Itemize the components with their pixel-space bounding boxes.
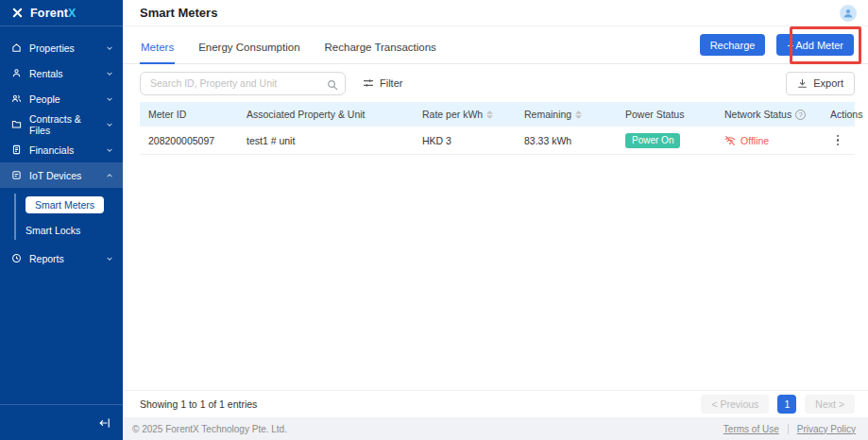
chevron-down-icon	[106, 146, 113, 154]
sidebar-footer	[0, 404, 123, 440]
terms-of-use-link[interactable]: Terms of Use	[723, 424, 779, 434]
sidebar-item-rentals[interactable]: Rentals	[0, 60, 123, 86]
people-icon	[11, 93, 22, 104]
wifi-off-icon	[724, 135, 736, 146]
entries-summary: Showing 1 to 1 of 1 entries	[140, 398, 257, 410]
sidebar-item-label: People	[29, 93, 60, 105]
add-meter-button[interactable]: + Add Meter	[776, 34, 854, 56]
chevron-down-icon	[106, 95, 113, 103]
tab-bar-actions: Recharge + Add Meter	[700, 34, 854, 56]
col-property-unit: Associated Property & Unit	[238, 109, 414, 120]
clock-icon	[11, 253, 22, 263]
cell-remaining: 83.33 kWh	[516, 135, 617, 146]
user-avatar[interactable]	[840, 5, 857, 22]
sidebar-item-label: Financials	[29, 144, 74, 156]
chevron-down-icon	[106, 121, 113, 128]
active-subitem-pill[interactable]: Smart Meters	[26, 196, 104, 213]
sidebar-item-label: Rentals	[29, 68, 63, 79]
sidebar-item-label: IoT Devices	[29, 170, 81, 181]
help-icon[interactable]: ?	[795, 110, 806, 120]
table-empty-area	[123, 155, 868, 390]
chevron-down-icon	[106, 255, 113, 262]
privacy-policy-link[interactable]: Privacy Policy	[797, 424, 856, 434]
folder-icon	[11, 119, 22, 129]
sidebar-subitem-smart-locks[interactable]: Smart Locks	[0, 217, 123, 243]
search-wrap	[140, 72, 346, 95]
sidebar-item-label: Properties	[29, 42, 75, 54]
download-icon	[797, 78, 808, 89]
filter-button[interactable]: Filter	[363, 77, 402, 89]
collapse-sidebar-icon[interactable]	[99, 417, 111, 429]
col-actions: Actions	[822, 109, 864, 120]
cell-property-unit: test1 # unit	[238, 135, 414, 146]
cell-power-status: Power On	[617, 133, 716, 148]
pager: < Previous 1 Next >	[701, 395, 855, 414]
export-label: Export	[813, 77, 843, 89]
previous-page-button[interactable]: < Previous	[701, 395, 769, 414]
sort-icon[interactable]	[486, 110, 493, 119]
sidebar-item-contracts-files[interactable]: Contracts & Files	[0, 111, 123, 137]
home-icon	[11, 42, 22, 53]
tab-energy-consumption[interactable]: Energy Consumption	[197, 42, 300, 63]
sidebar-subitem-smart-meters[interactable]: Smart Meters	[0, 192, 123, 217]
network-status-text: Offline	[740, 135, 769, 146]
logo: ForentX	[0, 0, 123, 26]
tabs: Meters Energy Consumption Recharge Trans…	[140, 26, 437, 63]
tab-bar: Meters Energy Consumption Recharge Trans…	[123, 26, 868, 64]
filter-toolbar: Filter Export	[123, 64, 868, 102]
next-page-button[interactable]: Next >	[805, 395, 855, 414]
filter-label: Filter	[380, 77, 402, 89]
tab-recharge-transactions[interactable]: Recharge Transactions	[324, 42, 437, 63]
cell-meter-id: 208200005097	[140, 135, 238, 146]
copyright-text: © 2025 ForentX Technology Pte. Ltd.	[132, 424, 287, 434]
iot-devices-submenu: Smart Meters Smart Locks	[0, 188, 123, 245]
filter-icon	[363, 77, 374, 89]
page-title: Smart Meters	[140, 6, 217, 20]
footer-links: Terms of Use Privacy Policy	[723, 424, 856, 434]
pagination-bar: Showing 1 to 1 of 1 entries < Previous 1…	[123, 390, 868, 417]
page-number-active[interactable]: 1	[777, 395, 796, 414]
footer: © 2025 ForentX Technology Pte. Ltd. Term…	[123, 417, 868, 440]
sidebar-item-people[interactable]: People	[0, 86, 123, 111]
brand-name: ForentX	[30, 7, 77, 20]
col-network-status: Network Status ?	[716, 109, 822, 120]
chevron-up-icon	[106, 172, 113, 179]
recharge-button[interactable]: Recharge	[700, 34, 766, 56]
main-content: Smart Meters Meters Energy Consumption R…	[123, 0, 868, 440]
forentx-logo-icon	[11, 7, 24, 19]
search-input[interactable]	[140, 72, 346, 95]
tab-meters[interactable]: Meters	[140, 42, 175, 63]
table-header: Meter ID Associated Property & Unit Rate…	[140, 102, 855, 127]
search-icon[interactable]	[327, 77, 338, 94]
sidebar-item-reports[interactable]: Reports	[0, 245, 123, 271]
col-rate: Rate per kWh	[414, 109, 516, 120]
col-meter-id: Meter ID	[140, 109, 238, 120]
cell-rate: HKD 3	[414, 135, 516, 146]
invoice-icon	[11, 144, 22, 155]
sidebar-nav: Properties Rentals People Contracts & Fi…	[0, 26, 123, 271]
cell-actions	[822, 132, 855, 149]
chevron-down-icon	[106, 70, 113, 77]
sidebar: ForentX Properties Rentals People	[0, 0, 123, 440]
power-status-badge: Power On	[625, 133, 680, 148]
cell-network-status: Offline	[716, 135, 822, 146]
smart-device-icon	[11, 170, 22, 180]
sidebar-item-properties[interactable]: Properties	[0, 35, 123, 60]
sidebar-subitem-label: Smart Locks	[26, 225, 80, 236]
top-header: Smart Meters	[123, 0, 868, 26]
sidebar-item-financials[interactable]: Financials	[0, 137, 123, 162]
sidebar-item-label: Reports	[29, 253, 64, 264]
chevron-down-icon	[106, 44, 113, 52]
table-row: 208200005097 test1 # unit HKD 3 83.33 kW…	[140, 127, 855, 155]
person-icon	[11, 68, 22, 78]
submenu-indent-guide	[14, 194, 16, 240]
col-remaining: Remaining	[516, 109, 617, 120]
row-actions-menu-icon[interactable]	[834, 132, 842, 149]
col-power-status: Power Status	[617, 109, 716, 120]
footer-link-divider	[788, 424, 789, 434]
sidebar-item-iot-devices[interactable]: IoT Devices	[0, 162, 123, 188]
sidebar-item-label: Contracts & Files	[29, 113, 98, 136]
export-button[interactable]: Export	[786, 72, 855, 95]
sort-icon[interactable]	[575, 110, 582, 119]
